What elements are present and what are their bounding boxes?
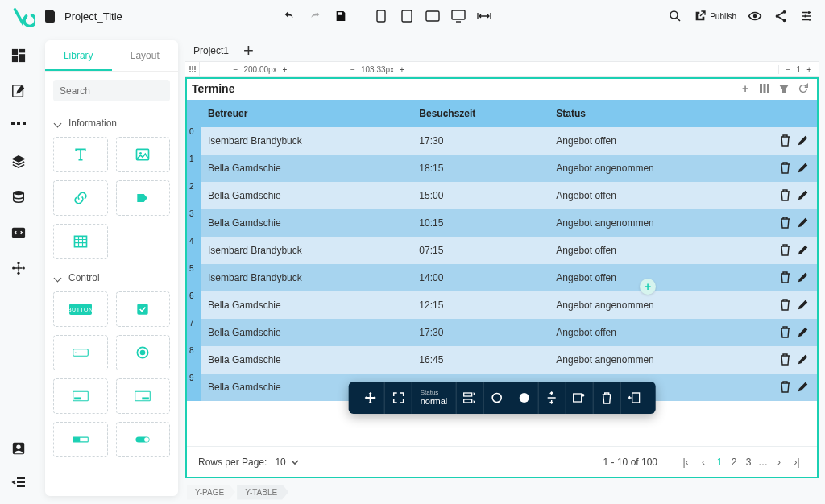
svg-point-4 <box>670 11 678 19</box>
history-group <box>282 9 348 23</box>
svg-rect-2 <box>426 11 439 21</box>
svg-point-5 <box>753 14 757 19</box>
app-logo <box>11 4 35 28</box>
preview-icon[interactable] <box>748 9 762 23</box>
svg-point-9 <box>808 11 810 14</box>
svg-point-10 <box>804 15 806 18</box>
svg-rect-3 <box>452 10 465 19</box>
top-bar: Project_Title Publish <box>0 0 825 32</box>
device-fullwidth-icon[interactable] <box>477 9 491 23</box>
top-right-group: Publish <box>668 9 814 23</box>
undo-icon[interactable] <box>282 9 296 23</box>
device-tablet-portrait-icon[interactable] <box>400 9 414 23</box>
document-icon <box>45 10 56 23</box>
device-tablet-landscape-icon[interactable] <box>425 9 440 23</box>
share-icon[interactable] <box>773 9 788 23</box>
device-desktop-icon[interactable] <box>451 9 466 23</box>
settings-icon[interactable] <box>799 9 814 23</box>
save-icon[interactable] <box>334 9 348 23</box>
redo-icon[interactable] <box>308 9 322 23</box>
publish-button[interactable]: Publish <box>694 10 736 23</box>
svg-rect-0 <box>377 10 385 22</box>
project-title-group[interactable]: Project_Title <box>45 10 122 23</box>
svg-rect-1 <box>402 10 412 22</box>
project-title: Project_Title <box>64 10 122 23</box>
device-preview-group <box>374 9 491 23</box>
device-phone-icon[interactable] <box>374 9 388 23</box>
svg-point-11 <box>809 19 811 21</box>
publish-label: Publish <box>710 12 736 21</box>
search-icon[interactable] <box>668 9 682 23</box>
